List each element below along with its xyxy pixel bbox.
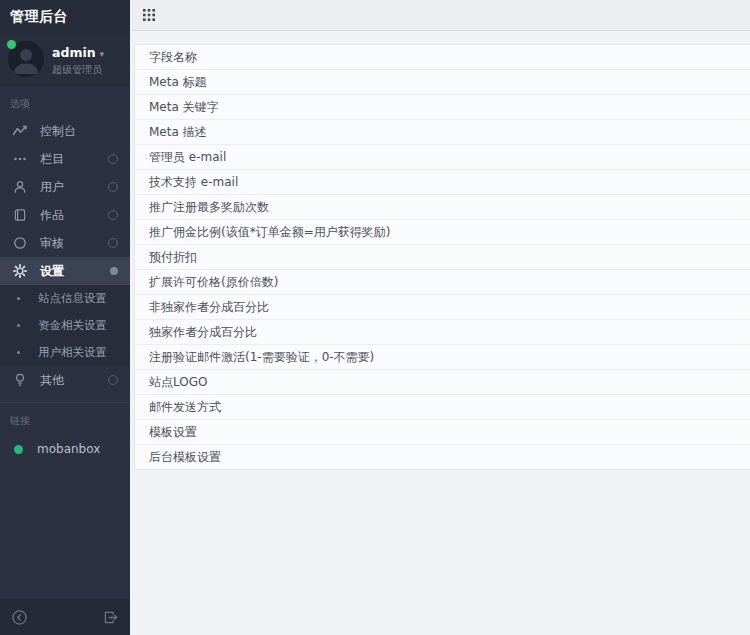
avatar (8, 41, 44, 77)
expand-circle-icon (108, 375, 118, 385)
links-section: 链接 mobanbox (0, 402, 130, 464)
table-row[interactable]: 字段名称 (135, 45, 750, 70)
row-label: 独家作者分成百分比 (149, 325, 257, 339)
expand-circle-icon (108, 210, 118, 220)
table-row[interactable]: 注册验证邮件激活(1-需要验证，0-不需要) (135, 345, 750, 370)
row-label: Meta 描述 (149, 125, 207, 139)
collapse-sidebar-icon[interactable] (11, 609, 28, 626)
bullet-icon (17, 324, 20, 327)
sidebar-item-other[interactable]: 其他 (0, 366, 130, 394)
sidebar-item-works[interactable]: 作品 (0, 201, 130, 229)
row-label: 技术支持 e-mail (149, 175, 238, 189)
sidebar-item-label: 作品 (40, 207, 108, 224)
table-row[interactable]: 独家作者分成百分比 (135, 320, 750, 345)
apps-grid-icon[interactable] (143, 9, 155, 21)
sidebar-item-label: 审核 (40, 235, 108, 252)
chevron-down-icon: ▾ (100, 49, 105, 59)
row-label: Meta 关键字 (149, 100, 219, 114)
submenu-item-user-settings[interactable]: 用户相关设置 (0, 339, 130, 366)
table-row[interactable]: 技术支持 e-mail (135, 170, 750, 195)
user-name: admin (52, 45, 96, 60)
row-label: 邮件发送方式 (149, 400, 221, 414)
row-label: 管理员 e-mail (149, 150, 226, 164)
logout-icon[interactable] (102, 609, 119, 626)
bulb-icon (12, 372, 28, 388)
table-row[interactable]: 推广注册最多奖励次数 (135, 195, 750, 220)
links-section-label: 链接 (0, 403, 130, 434)
sidebar-item-label: 设置 (40, 263, 110, 280)
app-title: 管理后台 (0, 0, 130, 33)
submenu-item-label: 用户相关设置 (38, 345, 107, 360)
activity-icon (12, 123, 28, 139)
table-row[interactable]: 站点LOGO (135, 370, 750, 395)
table-row[interactable]: 扩展许可价格(原价倍数) (135, 270, 750, 295)
user-role: 超级管理员 (52, 64, 104, 77)
user-info: admin▾ 超级管理员 (52, 42, 104, 77)
row-label: 后台模板设置 (149, 450, 221, 464)
row-label: 扩展许可价格(原价倍数) (149, 275, 278, 289)
sidebar-item-settings[interactable]: 设置 (0, 257, 130, 285)
link-label: mobanbox (37, 442, 100, 456)
row-label: 注册验证邮件激活(1-需要验证，0-不需要) (149, 350, 374, 364)
row-label: 推广佣金比例(该值*订单金额=用户获得奖励) (149, 225, 390, 239)
link-status-dot (14, 445, 23, 454)
table-row[interactable]: Meta 关键字 (135, 95, 750, 120)
expand-circle-icon (108, 154, 118, 164)
sidebar-item-dashboard[interactable]: 控制台 (0, 117, 130, 145)
online-status-dot (7, 40, 16, 49)
expand-circle-icon (108, 182, 118, 192)
row-label: 字段名称 (149, 50, 197, 64)
row-label: Meta 标题 (149, 75, 207, 89)
row-label: 模板设置 (149, 425, 197, 439)
book-icon (12, 207, 28, 223)
gear-icon (12, 263, 28, 279)
topbar (130, 0, 750, 31)
main-area: 字段名称Meta 标题Meta 关键字Meta 描述管理员 e-mail技术支持… (130, 0, 750, 635)
links-list: mobanbox (0, 434, 130, 464)
table-row[interactable]: 管理员 e-mail (135, 145, 750, 170)
table-row[interactable]: 模板设置 (135, 420, 750, 445)
user-panel[interactable]: admin▾ 超级管理员 (0, 33, 130, 86)
bullet-icon (17, 297, 20, 300)
submenu-item-label: 资金相关设置 (38, 318, 107, 333)
sidebar-item-users[interactable]: 用户 (0, 173, 130, 201)
table-row[interactable]: 非独家作者分成百分比 (135, 295, 750, 320)
circle-icon (12, 235, 28, 251)
table-row[interactable]: Meta 描述 (135, 120, 750, 145)
ellipsis-icon (12, 151, 28, 167)
options-section-label: 选项 (0, 86, 130, 117)
sidebar-bottom-bar (0, 599, 130, 635)
table-row[interactable]: Meta 标题 (135, 70, 750, 95)
active-dot-icon (110, 267, 118, 275)
link-item-mobanbox[interactable]: mobanbox (0, 434, 130, 464)
sidebar-item-label: 其他 (40, 372, 108, 389)
settings-field-table: 字段名称Meta 标题Meta 关键字Meta 描述管理员 e-mail技术支持… (134, 44, 750, 470)
sidebar-menu: 控制台栏目用户作品审核设置站点信息设置资金相关设置用户相关设置其他 (0, 117, 130, 394)
sidebar-item-label: 用户 (40, 179, 108, 196)
table-row[interactable]: 后台模板设置 (135, 445, 750, 469)
sidebar-item-label: 栏目 (40, 151, 108, 168)
expand-circle-icon (108, 238, 118, 248)
sidebar-item-columns[interactable]: 栏目 (0, 145, 130, 173)
sidebar: 管理后台 admin▾ 超级管理员 选项 控制台栏目用户作品审核设置站点信息设置… (0, 0, 130, 635)
row-label: 站点LOGO (149, 375, 207, 389)
row-label: 推广注册最多奖励次数 (149, 200, 269, 214)
submenu-item-label: 站点信息设置 (38, 291, 107, 306)
sidebar-item-label: 控制台 (40, 123, 118, 140)
table-row[interactable]: 推广佣金比例(该值*订单金额=用户获得奖励) (135, 220, 750, 245)
submenu-item-site-info[interactable]: 站点信息设置 (0, 285, 130, 312)
sidebar-item-audit[interactable]: 审核 (0, 229, 130, 257)
row-label: 预付折扣 (149, 250, 197, 264)
submenu-settings: 站点信息设置资金相关设置用户相关设置 (0, 285, 130, 366)
bullet-icon (17, 351, 20, 354)
row-label: 非独家作者分成百分比 (149, 300, 269, 314)
table-row[interactable]: 邮件发送方式 (135, 395, 750, 420)
table-row[interactable]: 预付折扣 (135, 245, 750, 270)
user-icon (12, 179, 28, 195)
submenu-item-funds[interactable]: 资金相关设置 (0, 312, 130, 339)
